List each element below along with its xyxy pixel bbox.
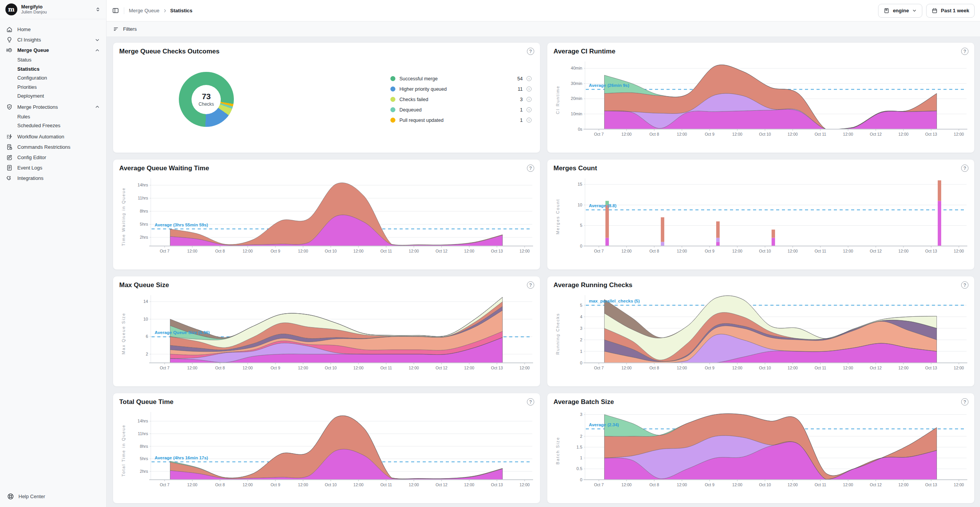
info-icon[interactable]: i <box>527 107 532 112</box>
x-tick-label: Oct 10 <box>759 132 771 136</box>
x-tick-label: 12:00 <box>843 482 853 487</box>
sidebar-item-rules[interactable]: Rules <box>0 112 106 121</box>
sidebar-item-integrations[interactable]: Integrations <box>0 173 106 183</box>
sidebar-item-priorities[interactable]: Priorities <box>0 83 106 92</box>
x-tick-label: Oct 9 <box>270 249 280 253</box>
y-tick-label: 5hrs <box>140 456 148 461</box>
sidebar-item-merge-protections[interactable]: Merge Protections <box>0 102 106 112</box>
x-tick-label: 12:00 <box>409 366 419 370</box>
help-icon[interactable]: ? <box>527 165 534 172</box>
queue-waiting-chart[interactable]: 2hrs5hrs8hrs11hrs14hrsOct 712:00Oct 812:… <box>128 176 534 258</box>
sidebar-item-statistics[interactable]: Statistics <box>0 65 106 74</box>
x-tick-label: 12:00 <box>954 132 964 136</box>
help-icon[interactable]: ? <box>527 398 534 406</box>
lifebuoy-icon <box>7 493 14 500</box>
breadcrumb-merge-queue[interactable]: Merge Queue <box>129 8 160 13</box>
sidebar-item-ci-insights[interactable]: CI Insights <box>0 35 106 45</box>
x-tick-label: 12:00 <box>898 366 908 370</box>
x-tick-label: Oct 8 <box>215 366 225 370</box>
donut-legend: Successful merge 54 i Higher priority qu… <box>390 73 532 125</box>
y-tick-label: 14hrs <box>137 419 148 423</box>
x-tick-label: 12:00 <box>622 249 632 253</box>
help-icon[interactable]: ? <box>961 398 968 406</box>
legend-item-higher-priority-queued: Higher priority queued 11 i <box>390 84 532 94</box>
info-icon[interactable]: i <box>527 97 532 102</box>
org-user: Julien Danjou <box>21 10 47 15</box>
max-queue-size-chart[interactable]: 261014Oct 712:00Oct 812:00Oct 912:00Oct … <box>128 293 534 374</box>
help-icon[interactable]: ? <box>527 48 534 55</box>
y-tick-label: 0 <box>580 244 582 248</box>
y-tick-label: 30min <box>571 81 582 86</box>
card-title: Average Running Checks <box>553 281 968 289</box>
y-axis-label: Merges Count <box>555 199 560 234</box>
y-tick-label: 5hrs <box>140 222 148 226</box>
y-tick-label: 14 <box>143 299 148 304</box>
sidebar-item-label: Home <box>17 27 31 32</box>
filters-button[interactable]: Filters <box>113 26 137 32</box>
x-tick-label: Oct 8 <box>649 366 659 370</box>
repository-select[interactable]: engine <box>878 4 922 18</box>
x-tick-label: Oct 9 <box>705 132 714 136</box>
help-icon[interactable]: ? <box>961 48 968 55</box>
sidebar-item-label: Rules <box>17 114 30 120</box>
sidebar-item-home[interactable]: Home <box>0 24 106 35</box>
y-tick-label: 8hrs <box>140 444 148 449</box>
sidebar-item-deployment[interactable]: Deployment <box>0 91 106 101</box>
checks-outcomes-donut-chart[interactable]: 73 Checks <box>179 72 234 127</box>
x-tick-label: 12:00 <box>409 482 419 487</box>
x-tick-label: Oct 10 <box>325 249 337 253</box>
sidebar-item-scheduled-freezes[interactable]: Scheduled Freezes <box>0 121 106 130</box>
info-icon[interactable]: i <box>527 86 532 91</box>
average-line-label: Average Queue Size (5.96) <box>155 330 210 335</box>
x-tick-label: 12:00 <box>843 132 853 136</box>
average-line-label: Average (3hrs 55min 59s) <box>155 223 208 227</box>
card-checks-outcomes: Merge Queue Checks Outcomes ? 73 Checks <box>113 42 540 153</box>
info-icon[interactable]: i <box>527 76 532 81</box>
x-tick-label: Oct 7 <box>594 249 603 253</box>
sidebar-toggle-button[interactable] <box>112 7 119 14</box>
time-range-button[interactable]: Past 1 week <box>926 4 975 18</box>
sidebar-item-workflow-automation[interactable]: Workflow Automation <box>0 131 106 142</box>
help-icon[interactable]: ? <box>961 165 968 172</box>
y-tick-label: 8hrs <box>140 209 148 213</box>
total-queue-time-chart[interactable]: 2hrs5hrs8hrs11hrs14hrsOct 712:00Oct 812:… <box>128 410 534 491</box>
x-tick-label: Oct 10 <box>759 366 771 370</box>
batch-size-chart[interactable]: 00.511.523Oct 712:00Oct 812:00Oct 912:00… <box>562 410 968 491</box>
x-tick-label: 12:00 <box>677 482 687 487</box>
sidebar-item-configuration[interactable]: Configuration <box>0 73 106 83</box>
sidebar-item-commands-restrictions[interactable]: Commands Restrictions <box>0 142 106 152</box>
sidebar-item-status[interactable]: Status <box>0 55 106 65</box>
running-checks-chart[interactable]: 012345Oct 712:00Oct 812:00Oct 912:00Oct … <box>562 293 968 374</box>
help-icon[interactable]: ? <box>961 281 968 289</box>
x-tick-label: Oct 7 <box>594 366 603 370</box>
chevron-right-icon <box>163 8 167 13</box>
chevron-down-icon <box>95 37 100 43</box>
y-tick-label: 5 <box>580 223 582 228</box>
y-axis-label: Running Checks <box>555 313 560 355</box>
y-tick-label: 11hrs <box>138 431 148 436</box>
x-tick-label: 12:00 <box>243 249 253 253</box>
chevron-up-icon <box>95 104 100 110</box>
sidebar-item-merge-queue[interactable]: Merge Queue <box>0 45 106 55</box>
sidebar-item-label: Priorities <box>17 84 37 90</box>
y-tick-label: 5 <box>580 303 582 308</box>
x-tick-label: Oct 9 <box>270 366 280 370</box>
card-title: Average Batch Size <box>553 398 968 406</box>
merges-count-chart[interactable]: 051015Oct 712:00Oct 812:00Oct 912:00Oct … <box>562 176 968 258</box>
ci-runtime-chart[interactable]: 0s10min20min30min40minOct 712:00Oct 812:… <box>562 59 968 141</box>
org-selector[interactable]: m Mergifyio Julien Danjou <box>0 0 106 19</box>
y-tick-label: 6 <box>146 334 148 339</box>
x-tick-label: Oct 11 <box>815 366 826 370</box>
bar-segment <box>772 229 775 238</box>
info-icon[interactable]: i <box>527 118 532 123</box>
help-center-link[interactable]: Help Center <box>0 486 106 507</box>
x-tick-label: Oct 11 <box>380 366 392 370</box>
sidebar-item-config-editor[interactable]: Config Editor <box>0 152 106 163</box>
chevron-up-icon <box>95 48 100 53</box>
bar-segment <box>716 221 720 238</box>
help-icon[interactable]: ? <box>527 281 534 289</box>
sidebar-item-event-logs[interactable]: Event Logs <box>0 163 106 173</box>
y-tick-label: 2 <box>580 434 582 439</box>
x-tick-label: Oct 13 <box>491 249 503 253</box>
sidebar-item-label: Integrations <box>17 175 43 181</box>
